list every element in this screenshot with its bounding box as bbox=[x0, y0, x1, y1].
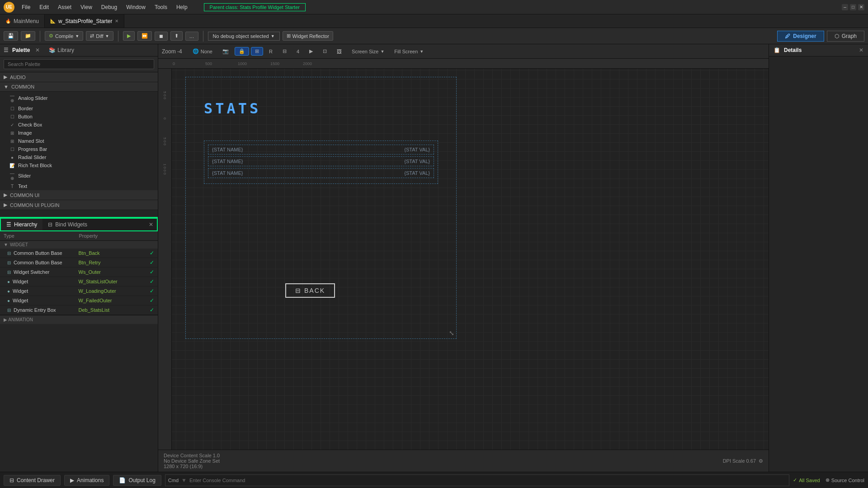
forward-button[interactable]: ⏩ bbox=[137, 31, 152, 41]
ruler-numbers: 0 500 1000 1500 2000 bbox=[158, 61, 335, 66]
canvas-lock-button[interactable]: 🔒 bbox=[235, 47, 249, 56]
palette-item-named-slot[interactable]: ⊞ Named Slot bbox=[0, 137, 158, 145]
content-drawer-icon: ⊟ bbox=[9, 477, 14, 483]
hier-row-widget-failed[interactable]: ● Widget W_FailedOuter ✓ bbox=[0, 296, 158, 305]
canvas-four-button[interactable]: 4 bbox=[292, 47, 303, 56]
hierarchy-tab[interactable]: ☰ Hierarchy bbox=[1, 219, 42, 230]
palette-item-radial-slider[interactable]: ● Radial Slider bbox=[0, 153, 158, 161]
ruler-left-3: 1 0 0 0 bbox=[163, 164, 167, 174]
palette-section-common-ui[interactable]: ▶ COMMON UI bbox=[0, 190, 158, 200]
diff-button[interactable]: ⇄ Diff ▼ bbox=[86, 31, 113, 41]
palette-item-analog-slider[interactable]: —⊕ Analog Slider bbox=[0, 92, 158, 104]
menu-asset[interactable]: Asset bbox=[54, 3, 75, 11]
menu-file[interactable]: File bbox=[18, 3, 34, 11]
designer-button[interactable]: 🖊 Designer bbox=[777, 31, 824, 42]
palette-item-image[interactable]: ⊞ Image bbox=[0, 129, 158, 137]
palette-item-checkbox[interactable]: ✓ Check Box bbox=[0, 121, 158, 129]
play-button[interactable]: ▶ bbox=[123, 31, 135, 41]
widget-reflector-button[interactable]: ⊞ Widget Reflector bbox=[283, 31, 333, 41]
widget-canvas[interactable]: STATS {STAT NAME} {STAT VAL} {STAT NAME}… bbox=[185, 77, 457, 339]
hier-row-btn-retry[interactable]: ⊟ Common Button Base Btn_Retry ✓ bbox=[0, 258, 158, 267]
back-button[interactable]: ⊟ BACK bbox=[285, 283, 335, 298]
palette-section-common-ui-plugin[interactable]: ▶ COMMON UI PLUGIN bbox=[0, 200, 158, 210]
fill-screen-dropdown[interactable]: Fill Screen ▼ bbox=[390, 47, 428, 56]
canvas-photo-button[interactable]: 🖼 bbox=[333, 47, 346, 56]
hierarchy-close-button[interactable]: ✕ bbox=[145, 219, 157, 230]
canvas-camera-button[interactable]: 📷 bbox=[218, 47, 233, 56]
rich-text-icon: 📝 bbox=[9, 163, 15, 168]
compile-dropdown-icon[interactable]: ▼ bbox=[75, 34, 79, 38]
tab-statsprofile-close[interactable]: ✕ bbox=[115, 19, 118, 23]
lock-icon: 🔒 bbox=[239, 48, 245, 54]
output-log-button[interactable]: 📄 Output Log bbox=[113, 475, 161, 486]
palette-item-progress-bar[interactable]: ☐ Progress Bar bbox=[0, 145, 158, 153]
analog-slider-icon: —⊕ bbox=[9, 93, 15, 103]
palette-item-rich-text[interactable]: 📝 Rich Text Block bbox=[0, 161, 158, 169]
grid-icon: ⊞ bbox=[255, 48, 259, 54]
canvas-grid-button[interactable]: ⊞ bbox=[251, 47, 263, 56]
palette-close-button[interactable]: ✕ bbox=[35, 47, 40, 53]
hier-row-widget-statslist[interactable]: ● Widget W_StatsListOuter ✓ bbox=[0, 277, 158, 286]
resize-handle[interactable]: ⤡ bbox=[449, 329, 454, 337]
palette-item-slider[interactable]: —⊕ Slider bbox=[0, 169, 158, 182]
menu-view[interactable]: View bbox=[77, 3, 96, 11]
widget-section-label: WIDGET bbox=[10, 242, 28, 247]
menu-tools[interactable]: Tools bbox=[151, 3, 171, 11]
hierarchy-columns: Type Property bbox=[0, 231, 158, 241]
hier-row-widget-switcher[interactable]: ⊟ Widget Switcher Ws_Outer ✓ bbox=[0, 267, 158, 277]
diff-dropdown-icon[interactable]: ▼ bbox=[105, 34, 109, 38]
dpi-gear-icon[interactable]: ⚙ bbox=[759, 458, 763, 464]
bind-widgets-tab[interactable]: ⊟ Bind Widgets bbox=[42, 219, 93, 230]
library-button[interactable]: 📚 Library bbox=[49, 47, 74, 53]
menu-debug[interactable]: Debug bbox=[98, 3, 121, 11]
widget-statslist-prop: W_StatsListOuter bbox=[79, 279, 147, 284]
palette-section-common[interactable]: ▼ COMMON bbox=[0, 82, 158, 92]
palette-item-button[interactable]: ☐ Button bbox=[0, 113, 158, 121]
bind-widgets-icon: ⊟ bbox=[48, 221, 52, 228]
dpi-scale-label: DPI Scale 0.67 bbox=[723, 458, 756, 464]
hier-row-dynamic-entry[interactable]: ⊟ Dynamic Entry Box Deb_StatsList ✓ bbox=[0, 305, 158, 315]
screen-size-dropdown[interactable]: Screen Size ▼ bbox=[348, 47, 388, 56]
graph-button[interactable]: ⬡ Graph bbox=[827, 31, 864, 42]
save-button[interactable]: 💾 bbox=[4, 31, 18, 41]
stop-button[interactable]: ⏹ bbox=[155, 32, 168, 41]
designer-label: Designer bbox=[793, 33, 816, 39]
console-input[interactable] bbox=[189, 478, 789, 483]
zoom-label: Zoom -4 bbox=[162, 48, 182, 55]
close-button[interactable]: ✕ bbox=[858, 4, 864, 10]
details-close-button[interactable]: ✕ bbox=[859, 47, 863, 53]
canvas-arrow-button[interactable]: ▶ bbox=[305, 47, 317, 56]
canvas-box-button[interactable]: ⊡ bbox=[319, 47, 331, 56]
compile-label: Compile bbox=[55, 33, 73, 39]
palette-item-border[interactable]: ☐ Border bbox=[0, 104, 158, 113]
palette-section-audio[interactable]: ▶ AUDIO bbox=[0, 72, 158, 82]
canvas-viewport[interactable]: 0 500 1000 1500 2000 5 0 0 0 5 0 0 1 0 0… bbox=[158, 59, 769, 450]
tab-statsprofile[interactable]: 📐 w_StatsProfile_Starter ✕ bbox=[45, 14, 124, 28]
palette-item-text[interactable]: T Text bbox=[0, 182, 158, 190]
animations-button[interactable]: ▶ Animations bbox=[64, 475, 109, 486]
menu-edit[interactable]: Edit bbox=[36, 3, 52, 11]
content-drawer-button[interactable]: ⊟ Content Drawer bbox=[4, 475, 61, 486]
hier-row-widget-loading[interactable]: ● Widget W_LoadingOuter ✓ bbox=[0, 286, 158, 296]
canvas-layout-button[interactable]: ⊟ bbox=[278, 47, 291, 56]
more-button[interactable]: … bbox=[185, 32, 198, 41]
widget-loading-type: Widget bbox=[13, 288, 28, 294]
canvas-toolbar: Zoom -4 🌐 None 📷 🔒 ⊞ R bbox=[158, 44, 769, 59]
hier-row-btn-back[interactable]: ⊟ Common Button Base Btn_Back ✓ bbox=[0, 249, 158, 258]
canvas-r-button[interactable]: R bbox=[265, 47, 277, 56]
compile-button[interactable]: ⚙ Compile ▼ bbox=[45, 31, 83, 41]
tab-mainmenu[interactable]: 🔥 MainMenu bbox=[0, 14, 45, 28]
canvas-none-button[interactable]: 🌐 None bbox=[189, 47, 217, 56]
minimize-button[interactable]: – bbox=[842, 4, 848, 10]
maximize-button[interactable]: □ bbox=[850, 4, 856, 10]
debug-select[interactable]: No debug object selected ▼ bbox=[208, 32, 280, 41]
menu-window[interactable]: Window bbox=[123, 3, 149, 11]
source-control-status[interactable]: ⊗ Source Control bbox=[826, 477, 864, 483]
layout-icon: ⊟ bbox=[283, 48, 287, 54]
palette-search-input[interactable] bbox=[4, 59, 154, 69]
folder-button[interactable]: 📁 bbox=[21, 31, 35, 41]
tab-statsprofile-icon: 📐 bbox=[50, 19, 56, 23]
upload-button[interactable]: ⬆ bbox=[170, 31, 183, 41]
common-ui-collapse-icon: ▶ bbox=[4, 192, 7, 198]
menu-help[interactable]: Help bbox=[173, 3, 191, 11]
